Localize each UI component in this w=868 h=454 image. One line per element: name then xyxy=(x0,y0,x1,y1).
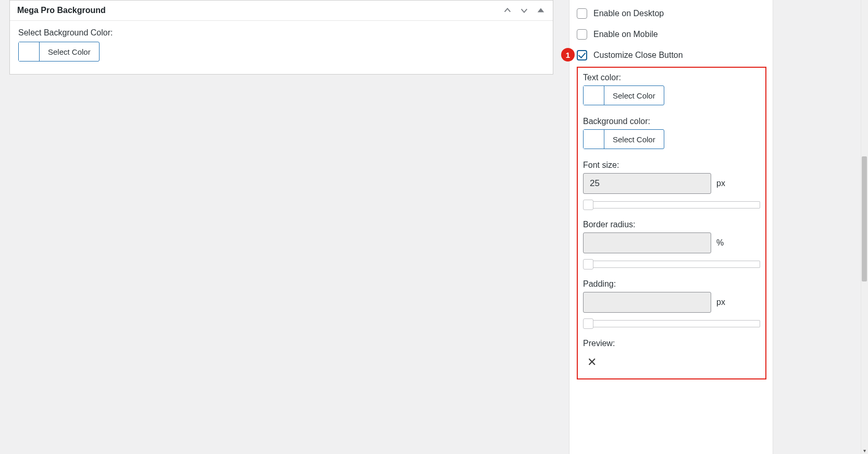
color-swatch xyxy=(584,130,604,149)
metabox-title: Mega Pro Background xyxy=(17,6,106,15)
text-color-label: Text color: xyxy=(583,73,760,82)
slider-handle[interactable] xyxy=(583,318,593,329)
select-bg-color-button[interactable]: Select Color xyxy=(18,42,100,62)
slider-bar xyxy=(591,201,760,208)
select-color-label: Select Color xyxy=(604,130,664,149)
scroll-down-icon[interactable]: ▾ xyxy=(861,447,868,454)
toggle-panel-icon[interactable] xyxy=(536,6,545,15)
enable-mobile-row: Enable on Mobile xyxy=(577,24,766,45)
border-radius-slider[interactable] xyxy=(583,260,760,269)
customize-close-settings: Text color: Select Color Background colo… xyxy=(577,67,766,379)
font-size-unit: px xyxy=(716,179,725,188)
slider-handle[interactable] xyxy=(583,259,593,269)
padding-slider[interactable] xyxy=(583,319,760,328)
font-size-group: Font size: px xyxy=(583,161,760,210)
border-radius-group: Border radius: % xyxy=(583,220,760,269)
slider-handle[interactable] xyxy=(583,200,593,210)
font-size-slider[interactable] xyxy=(583,200,760,210)
preview-group: Preview: ✕ xyxy=(583,339,760,368)
close-button-settings-panel: Enable on Desktop Enable on Mobile 1 Cus… xyxy=(569,0,773,454)
padding-input[interactable] xyxy=(583,292,711,313)
select-bg-color-button[interactable]: Select Color xyxy=(583,129,664,149)
color-swatch xyxy=(19,42,40,61)
metabox-header: Mega Pro Background xyxy=(10,1,553,21)
select-color-label: Select Color xyxy=(604,86,664,105)
padding-group: Padding: px xyxy=(583,279,760,328)
bg-color-label: Select Background Color: xyxy=(18,28,544,38)
border-radius-label: Border radius: xyxy=(583,220,760,229)
font-size-input[interactable] xyxy=(583,173,711,194)
enable-desktop-label: Enable on Desktop xyxy=(593,9,664,18)
font-size-label: Font size: xyxy=(583,161,760,170)
preview-label: Preview: xyxy=(583,339,760,348)
move-down-icon[interactable] xyxy=(519,6,529,15)
padding-label: Padding: xyxy=(583,279,760,289)
padding-unit: px xyxy=(716,298,725,307)
move-up-icon[interactable] xyxy=(503,6,512,15)
close-icon: ✕ xyxy=(583,351,760,368)
slider-bar xyxy=(591,320,760,327)
metabox-body: Select Background Color: Select Color xyxy=(10,21,553,74)
color-swatch xyxy=(584,86,604,105)
border-radius-unit: % xyxy=(716,238,724,248)
mega-pro-background-metabox: Mega Pro Background Select Background Co… xyxy=(9,0,553,75)
annotation-badge-1: 1 xyxy=(561,48,575,62)
enable-desktop-row: Enable on Desktop xyxy=(577,3,766,24)
border-radius-input[interactable] xyxy=(583,232,711,253)
enable-mobile-label: Enable on Mobile xyxy=(593,30,658,39)
slider-bar xyxy=(591,261,760,268)
customize-close-checkbox[interactable] xyxy=(577,50,587,60)
customize-close-label: Customize Close Button xyxy=(593,51,683,60)
customize-close-row: 1 Customize Close Button xyxy=(577,45,766,66)
scrollbar-thumb[interactable] xyxy=(862,156,867,281)
text-color-group: Text color: Select Color xyxy=(583,73,760,106)
enable-desktop-checkbox[interactable] xyxy=(577,8,587,19)
select-text-color-button[interactable]: Select Color xyxy=(583,85,664,105)
bg-color-group: Background color: Select Color xyxy=(583,117,760,150)
enable-mobile-checkbox[interactable] xyxy=(577,29,587,40)
vertical-scrollbar[interactable]: ▾ xyxy=(861,0,868,454)
bg-color-label: Background color: xyxy=(583,117,760,126)
select-color-label: Select Color xyxy=(40,42,99,61)
metabox-handles xyxy=(503,6,545,15)
